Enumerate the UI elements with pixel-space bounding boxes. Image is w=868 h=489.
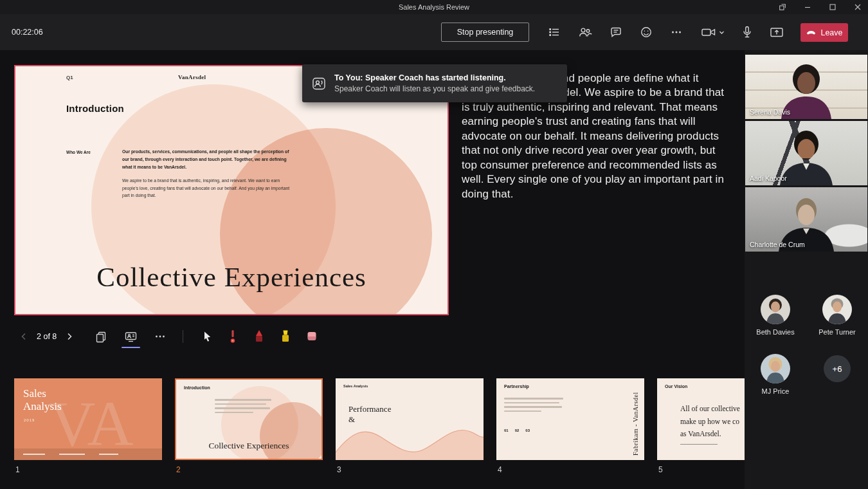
current-slide[interactable]: Q1 VanArsdel Introduction Who We Are Our…	[14, 65, 449, 315]
thumbnail-steps: 01 02 03	[504, 429, 530, 432]
thumbnail-body	[215, 399, 274, 416]
participant-name: Charlotte de Crum	[750, 241, 805, 248]
more-tools-icon[interactable]	[154, 331, 166, 342]
slide-title-text: Collective Experiences	[15, 261, 448, 293]
leave-button[interactable]: Leave	[800, 23, 848, 42]
slide-body-text: Our products, services, communications, …	[122, 148, 291, 199]
text-line-placeholder	[215, 412, 253, 414]
thumbnail-vertical-title: Fabrikam - VanArsdel	[632, 383, 639, 456]
thumbnail-title: All of our collective make up how we co …	[680, 403, 740, 441]
laser-pointer-tool-icon[interactable]	[226, 329, 239, 344]
slide-number: 3	[336, 465, 484, 474]
speaker-coach-toast: To You: Speaker Coach has started listen…	[302, 64, 567, 102]
text-line-placeholder	[215, 407, 270, 409]
slide-quarter-label: Q1	[66, 75, 73, 80]
slide-2-thumbnail-selected[interactable]: Introduction Collective Experiences	[175, 378, 323, 460]
popout-icon[interactable]	[779, 3, 786, 11]
video-tile-charlotte-de-crum[interactable]: Charlotte de Crum	[745, 187, 867, 252]
participant-name: Pete Turner	[806, 328, 868, 336]
slide-number: 5	[657, 465, 745, 474]
meeting-timer: 00:22:06	[12, 28, 43, 37]
divider	[183, 330, 183, 343]
video-tile-serena-davis[interactable]: Serena Davis	[745, 55, 867, 119]
toast-text: To You: Speaker Coach has started listen…	[334, 73, 535, 93]
share-screen-button[interactable]	[770, 26, 784, 39]
stop-presenting-button[interactable]: Stop presenting	[441, 23, 529, 42]
maximize-icon[interactable]	[829, 3, 836, 11]
avatar-beth-davies[interactable]: Beth Davies	[745, 295, 806, 336]
filmstrip-slide-2: Introduction Collective Experiences 2	[175, 378, 323, 484]
wave-chart-graphic	[336, 420, 484, 460]
leave-label: Leave	[820, 28, 842, 37]
slide-heading: Introduction	[66, 103, 124, 114]
overflow-count-badge: +6	[824, 355, 851, 382]
avatar-pete-turner[interactable]: Pete Turner	[806, 295, 868, 336]
chat-icon[interactable]	[610, 26, 622, 39]
overflow-participants[interactable]: +6	[806, 354, 868, 382]
grid-view-icon[interactable]	[95, 330, 107, 343]
toolbar-icon-group	[548, 14, 683, 50]
filmstrip-slide-4: Partnership 01 02 03 Fabrikam - VanArsde…	[496, 378, 644, 484]
participant-name: Beth Davies	[745, 328, 806, 336]
more-options-icon[interactable]	[670, 26, 683, 39]
camera-button[interactable]	[701, 26, 725, 39]
participants-icon[interactable]	[578, 26, 592, 39]
text-line-placeholder	[504, 411, 541, 412]
text-line-placeholder	[215, 403, 266, 405]
avatar	[761, 354, 790, 383]
next-slide-button[interactable]	[65, 332, 74, 341]
divider	[680, 444, 718, 445]
slide-5-thumbnail[interactable]: Our Vision All of our collective make up…	[657, 378, 745, 460]
participants-sidebar: Serena Davis Aadi Kapoor Charlotte de Cr…	[745, 50, 868, 489]
thumbnail-title: Collective Experiences	[176, 441, 321, 451]
video-tile-aadi-kapoor[interactable]: Aadi Kapoor	[745, 121, 867, 185]
avatar	[761, 295, 790, 324]
avatar	[822, 295, 852, 324]
window-title: Sales Analysis Review	[399, 3, 469, 11]
teams-meeting-window: Sales Analysis Review 00:22:06 Stop pres…	[0, 0, 868, 489]
minimize-icon[interactable]	[804, 3, 811, 11]
av-icon-group	[701, 14, 784, 50]
filmstrip-slide-3: Sales Analysis Performance & 3	[336, 378, 484, 484]
thumbnail-heading: Introduction	[184, 385, 210, 390]
thumbnail-heading: Our Vision	[665, 384, 687, 389]
microphone-button[interactable]	[741, 25, 754, 39]
stage-area: Q1 VanArsdel Introduction Who We Are Our…	[0, 50, 745, 489]
eraser-tool-icon[interactable]	[305, 329, 318, 344]
previous-slide-button[interactable]	[19, 332, 28, 341]
reactions-icon[interactable]	[640, 26, 653, 39]
text-line-placeholder	[504, 398, 563, 400]
text-line-placeholder	[504, 406, 562, 408]
slide-position: 2 of 8	[37, 332, 57, 341]
toast-title: To You: Speaker Coach has started listen…	[334, 73, 535, 82]
participant-name: MJ Price	[745, 387, 806, 395]
titlebar: Sales Analysis Review	[0, 0, 868, 14]
filmstrip-slide-1: VA Sales Analysis 2019 1	[14, 378, 162, 484]
slide-paragraph: We aspire to be a brand that is authenti…	[122, 177, 291, 200]
close-icon[interactable]	[854, 3, 862, 11]
meeting-toolbar: 00:22:06 Stop presenting	[0, 14, 868, 50]
slide-controls: 2 of 8	[19, 327, 318, 346]
thumbnail-year: 2019	[24, 418, 35, 422]
thumbnail-body	[504, 398, 565, 414]
meeting-notes-icon[interactable]	[548, 26, 561, 39]
window-controls	[779, 0, 862, 14]
highlighter-tool-icon[interactable]	[279, 329, 292, 344]
toast-body: Speaker Coach will listen as you speak a…	[334, 84, 535, 93]
cursor-tool-icon[interactable]	[201, 330, 213, 343]
text-line-placeholder	[23, 454, 45, 455]
slide-4-thumbnail[interactable]: Partnership 01 02 03 Fabrikam - VanArsde…	[496, 378, 644, 460]
presenter-view-icon[interactable]	[124, 330, 138, 343]
participant-name: Aadi Kapoor	[750, 174, 787, 182]
text-line-placeholder	[504, 402, 559, 404]
slide-filmstrip: VA Sales Analysis 2019 1	[14, 378, 745, 484]
thumbnail-label: Sales Analysis	[343, 384, 368, 388]
pen-tool-icon[interactable]	[253, 329, 266, 344]
slide-brand-label: VanArsdel	[178, 74, 206, 80]
slide-3-thumbnail[interactable]: Sales Analysis Performance &	[336, 378, 484, 460]
slide-number: 2	[175, 465, 323, 474]
text-line-placeholder	[215, 399, 271, 401]
slide-1-thumbnail[interactable]: VA Sales Analysis 2019	[14, 378, 162, 460]
avatar-mj-price[interactable]: MJ Price	[745, 354, 806, 395]
thumbnail-heading: Partnership	[504, 384, 529, 389]
